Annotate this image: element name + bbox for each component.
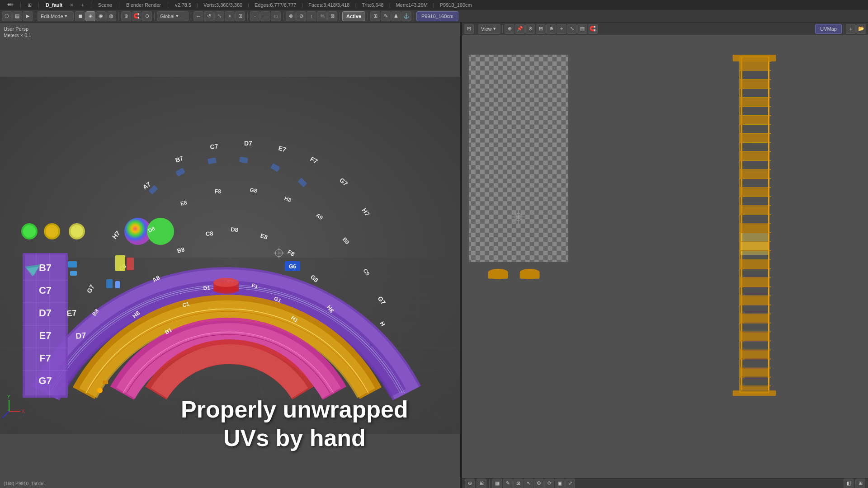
uv-expand-icon[interactable]: ⊞ <box>855 479 865 488</box>
tab-close[interactable]: ✕ <box>68 2 75 8</box>
uv-bottom-icons: ▦ ✎ ⊠ ↖ ⚙ ⟳ ▣ ⤢ <box>492 479 575 488</box>
mem-usage: Mem:143.29M <box>394 2 429 8</box>
uv-map-name: UVMap <box>815 24 842 34</box>
face-select-icon[interactable]: □ <box>271 11 281 21</box>
icon-group-left: ⬡ ▤ ▶ <box>2 11 33 21</box>
uv-select-icon[interactable]: ⊕ <box>505 24 514 34</box>
svg-rect-181 <box>741 233 769 241</box>
tab-add[interactable]: + <box>79 2 85 8</box>
blender-logo-icon[interactable]: ⬡ <box>2 11 12 21</box>
svg-point-122 <box>520 269 540 276</box>
uv-load-icon[interactable]: 📂 <box>856 24 866 34</box>
svg-text:G7: G7 <box>38 375 52 386</box>
svg-text:X: X <box>22 409 25 414</box>
manipulator-icon[interactable]: ⊕ <box>121 11 131 21</box>
proportional-icon[interactable]: ⊙ <box>142 11 152 21</box>
viewport-material-icon[interactable]: ◍ <box>106 11 116 21</box>
scene-name: Scene <box>96 2 114 8</box>
uv-fit-icon[interactable]: ⊞ <box>476 479 486 488</box>
svg-rect-164 <box>741 98 769 106</box>
svg-rect-185 <box>733 55 776 61</box>
snap-icon[interactable]: 🧲 <box>132 11 142 21</box>
panel-resize-handle[interactable] <box>460 23 462 488</box>
uv-pin-icon[interactable]: 📌 <box>515 24 525 34</box>
mirror-icon[interactable]: ⊞ <box>235 11 245 21</box>
uv-overlay2-icon[interactable]: ⊠ <box>513 479 523 488</box>
svg-rect-167 <box>741 152 769 160</box>
svg-rect-162 <box>741 62 769 70</box>
window-controls[interactable] <box>5 1 15 9</box>
svg-rect-25 <box>25 254 66 395</box>
svg-text:E7: E7 <box>39 330 52 341</box>
uv-select2-icon[interactable]: ▣ <box>555 479 565 488</box>
uv-zoom-icon[interactable]: ⊕ <box>465 479 475 488</box>
svg-rect-86 <box>70 271 77 276</box>
svg-rect-85 <box>68 261 77 267</box>
annotation-icon[interactable]: ✎ <box>381 11 391 21</box>
viewport-icon-group: ◼ ◈ ◉ ◍ <box>75 11 116 21</box>
uv-render-bake-icon[interactable]: ▦ <box>492 479 502 488</box>
scene-icon[interactable]: ▤ <box>12 11 22 21</box>
pivot-dropdown[interactable]: Global ▾ <box>157 11 189 21</box>
x-ray-icon[interactable]: ⊗ <box>286 11 296 21</box>
svg-rect-83 <box>103 380 108 384</box>
svg-rect-180 <box>741 386 769 390</box>
pose-icon[interactable]: ♟ <box>391 11 401 21</box>
viewport-solid-icon[interactable]: ◼ <box>75 11 85 21</box>
transform-icon[interactable]: ⌖ <box>225 11 235 21</box>
bottom-info-label: (168) P9910_160cm <box>4 481 45 486</box>
normals-icon[interactable]: ↑ <box>307 11 316 21</box>
mode-label: Edit Mode <box>41 14 63 19</box>
overlay-icon[interactable]: ⊠ <box>327 11 337 21</box>
viewport-texture-icon[interactable]: ◈ <box>85 11 95 21</box>
uv-panel-toggle-icon[interactable]: ◧ <box>844 479 854 488</box>
svg-text:D7: D7 <box>75 331 87 341</box>
uv-stitch-icon[interactable]: ⊗ <box>525 24 535 34</box>
svg-rect-116 <box>469 55 568 262</box>
uv-stretch2-icon[interactable]: ⤢ <box>565 479 575 488</box>
uv-transform-icon[interactable]: ⌖ <box>557 24 566 34</box>
menu-icon[interactable]: ⊞ <box>26 2 33 8</box>
render-icon[interactable]: ▶ <box>23 11 33 21</box>
scale-icon[interactable]: ⤡ <box>214 11 224 21</box>
uv-new-icon[interactable]: + <box>846 24 856 34</box>
svg-text:D8: D8 <box>231 226 239 233</box>
translate-icon[interactable]: ↔ <box>193 11 203 21</box>
svg-text:D1: D1 <box>203 285 211 291</box>
svg-rect-168 <box>741 170 769 178</box>
active-badge: Active <box>342 11 365 21</box>
limit-icon[interactable]: ⊘ <box>296 11 306 21</box>
svg-rect-173 <box>741 260 769 268</box>
uv-canvas <box>462 35 868 478</box>
svg-rect-87 <box>106 279 113 288</box>
grid-icon[interactable]: ⊞ <box>370 11 380 21</box>
svg-text:C8: C8 <box>205 230 213 237</box>
mode-dropdown[interactable]: Edit Mode ▾ <box>38 11 74 21</box>
vertex-select-icon[interactable]: · <box>250 11 260 21</box>
svg-rect-178 <box>741 351 769 359</box>
svg-point-2 <box>11 4 14 6</box>
uv-paint-icon[interactable]: ✎ <box>503 479 513 488</box>
uv-settings-icon[interactable]: ⚙ <box>534 479 544 488</box>
svg-point-97 <box>213 278 239 287</box>
svg-rect-186 <box>733 390 776 396</box>
uv-stretch-icon[interactable]: ⤡ <box>567 24 577 34</box>
uv-mirror-icon[interactable]: ⊞ <box>536 24 546 34</box>
tris-count: Tris:6,648 <box>360 2 386 8</box>
svg-text:G6: G6 <box>289 263 296 270</box>
uv-grid-icon[interactable]: ▤ <box>577 24 587 34</box>
uv-view-icon[interactable]: ⊞ <box>464 24 474 34</box>
edge-select-icon[interactable]: — <box>260 11 270 21</box>
uv-snap-icon[interactable]: 🧲 <box>588 24 598 34</box>
uv-weld-icon[interactable]: ⊕ <box>546 24 556 34</box>
uv-cursor-icon[interactable]: ↖ <box>524 479 533 488</box>
uv-sync-icon[interactable]: ⟳ <box>544 479 554 488</box>
crease-icon[interactable]: ≋ <box>317 11 327 21</box>
snap-icon-group: ⊕ 🧲 ⊙ <box>121 11 152 21</box>
svg-point-119 <box>488 269 508 276</box>
viewport-rendered-icon[interactable]: ◉ <box>96 11 106 21</box>
tab-default[interactable]: D_fault <box>44 2 64 8</box>
rotate-icon[interactable]: ↺ <box>204 11 214 21</box>
hook-icon[interactable]: ⚓ <box>401 11 411 21</box>
uv-view-dropdown[interactable]: View ▾ <box>478 24 500 34</box>
